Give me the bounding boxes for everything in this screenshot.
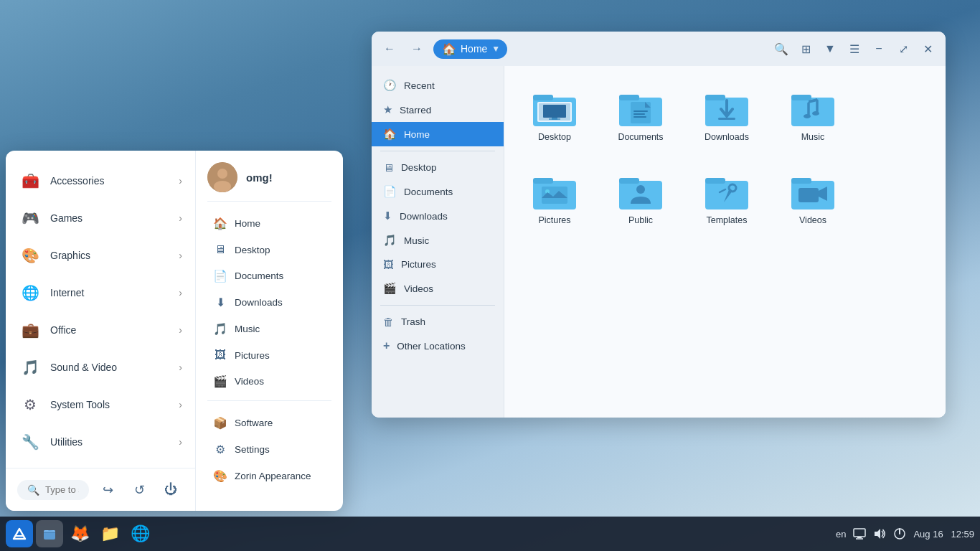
- sidebar-item-desktop[interactable]: 🖥 Desktop: [372, 156, 504, 179]
- forward-button[interactable]: →: [406, 38, 428, 60]
- sidebar-item-downloads[interactable]: ⬇ Downloads: [372, 204, 504, 228]
- svg-point-25: [636, 185, 645, 194]
- sidebar-item-trash[interactable]: 🗑 Trash: [372, 310, 504, 334]
- place-music-label: Music: [235, 324, 260, 334]
- view-toggle-button[interactable]: ⊞: [795, 38, 816, 60]
- location-bar[interactable]: 🏠 Home ▼: [433, 39, 507, 59]
- category-system-tools[interactable]: ⚙ System Tools ›: [6, 386, 195, 423]
- category-graphics[interactable]: 🎨 Graphics ›: [6, 237, 195, 274]
- sidebar-label-home: Home: [404, 129, 430, 140]
- system-software[interactable]: 📦 Software: [207, 410, 331, 436]
- volume-button[interactable]: [873, 527, 886, 540]
- sidebar-item-pictures[interactable]: 🖼 Pictures: [372, 253, 504, 276]
- system-tools-arrow: ›: [179, 399, 182, 410]
- category-accessories-label: Accessories: [50, 175, 179, 187]
- location-dropdown-icon: ▼: [491, 44, 500, 54]
- place-pictures[interactable]: 🖼 Pictures: [207, 342, 331, 368]
- folder-public[interactable]: Public: [605, 164, 677, 232]
- sidebar-item-recent[interactable]: 🕐 Recent: [372, 73, 504, 98]
- place-videos[interactable]: 🎬 Videos: [207, 368, 331, 395]
- file-manager-titlebar: ← → 🏠 Home ▼ 🔍 ⊞ ▼ ☰ − ⤢ ✕: [372, 32, 946, 66]
- folder-pictures[interactable]: Pictures: [519, 164, 590, 232]
- taskbar-nautilus-button[interactable]: 📁: [96, 520, 123, 547]
- close-button[interactable]: ✕: [917, 38, 938, 60]
- folder-downloads[interactable]: Downloads: [691, 80, 763, 149]
- place-downloads[interactable]: ⬇ Downloads: [207, 289, 331, 316]
- sidebar-label-pictures: Pictures: [401, 259, 436, 270]
- taskbar-system-area: en Aug 16 12:59: [836, 527, 974, 540]
- folder-templates-label: Templates: [707, 215, 748, 225]
- category-accessories[interactable]: 🧰 Accessories ›: [6, 162, 195, 199]
- folder-templates[interactable]: Templates: [691, 164, 763, 232]
- sidebar-item-home[interactable]: 🏠 Home: [372, 122, 504, 146]
- settings-label: Settings: [235, 444, 270, 455]
- place-downloads-icon: ⬇: [213, 296, 227, 309]
- place-home[interactable]: 🏠 Home: [207, 210, 331, 237]
- sort-button[interactable]: ▼: [819, 38, 841, 60]
- refresh-button[interactable]: ↺: [126, 477, 152, 503]
- folder-documents[interactable]: Documents: [605, 80, 677, 149]
- taskbar-apps: 🦊 📁 🌐: [6, 520, 154, 547]
- svg-rect-7: [619, 95, 639, 100]
- sidebar-item-videos[interactable]: 🎬 Videos: [372, 276, 504, 301]
- category-utilities[interactable]: 🔧 Utilities ›: [6, 423, 195, 461]
- keyboard-layout[interactable]: en: [836, 529, 846, 540]
- search-icon: 🔍: [27, 484, 39, 496]
- app-menu-categories: 🧰 Accessories › 🎮 Games › 🎨 Graphics › 🌐…: [6, 151, 196, 511]
- minimize-button[interactable]: −: [868, 38, 890, 60]
- taskbar-files-button[interactable]: [36, 520, 63, 547]
- screen-button[interactable]: [853, 527, 866, 540]
- svg-rect-1: [533, 95, 553, 100]
- folder-desktop-label: Desktop: [538, 132, 571, 142]
- category-sound-video-label: Sound & Video: [50, 362, 179, 373]
- search-box[interactable]: 🔍: [17, 480, 89, 500]
- system-zorin-appearance[interactable]: 🎨 Zorin Appearance: [207, 463, 331, 489]
- sidebar-item-other-locations[interactable]: + Other Locations: [372, 334, 504, 358]
- power-button[interactable]: ⏻: [158, 477, 184, 503]
- svg-point-33: [217, 169, 227, 179]
- taskbar-browser-button[interactable]: 🌐: [126, 520, 154, 547]
- accessories-icon: 🧰: [19, 169, 42, 192]
- folder-music[interactable]: Music: [777, 80, 849, 149]
- other-locations-icon: +: [383, 339, 390, 352]
- place-documents-label: Documents: [235, 270, 283, 281]
- folder-documents-label: Documents: [618, 132, 663, 142]
- search-button[interactable]: 🔍: [771, 38, 792, 60]
- maximize-button[interactable]: ⤢: [892, 38, 914, 60]
- svg-marker-41: [875, 529, 880, 539]
- svg-marker-35: [14, 529, 25, 539]
- back-button[interactable]: ←: [379, 38, 400, 60]
- sidebar-divider-1: [380, 151, 495, 151]
- category-games[interactable]: 🎮 Games ›: [6, 199, 195, 237]
- place-music[interactable]: 🎵 Music: [207, 316, 331, 342]
- zorin-menu-button[interactable]: [6, 520, 33, 547]
- power-system-button[interactable]: [893, 527, 906, 540]
- place-desktop[interactable]: 🖥 Desktop: [207, 237, 331, 263]
- svg-rect-31: [798, 188, 819, 202]
- pictures-sidebar-icon: 🖼: [383, 258, 394, 270]
- category-system-tools-label: System Tools: [50, 399, 179, 410]
- place-music-icon: 🎵: [213, 322, 227, 336]
- system-settings[interactable]: ⚙ Settings: [207, 436, 331, 463]
- search-input[interactable]: [45, 484, 79, 495]
- sidebar-item-starred[interactable]: ★ Starred: [372, 98, 504, 122]
- folder-videos[interactable]: Videos: [777, 164, 849, 232]
- sidebar-item-documents[interactable]: 📄 Documents: [372, 179, 504, 204]
- home-sidebar-icon: 🏠: [383, 128, 397, 141]
- app-menu: 🧰 Accessories › 🎮 Games › 🎨 Graphics › 🌐…: [6, 151, 343, 511]
- place-documents[interactable]: 📄 Documents: [207, 263, 331, 289]
- internet-icon: 🌐: [19, 281, 42, 304]
- svg-rect-24: [619, 178, 639, 184]
- logout-button[interactable]: ↪: [95, 477, 121, 503]
- menu-button[interactable]: ☰: [844, 38, 865, 60]
- category-office[interactable]: 💼 Office ›: [6, 311, 195, 349]
- starred-icon: ★: [383, 103, 392, 116]
- folder-desktop[interactable]: Desktop: [519, 80, 590, 149]
- category-sound-video[interactable]: 🎵 Sound & Video ›: [6, 349, 195, 386]
- file-manager-content: Desktop: [504, 66, 946, 418]
- category-internet[interactable]: 🌐 Internet ›: [6, 274, 195, 311]
- sidebar-label-trash: Trash: [401, 316, 425, 327]
- place-home-label: Home: [235, 218, 260, 229]
- sidebar-item-music[interactable]: 🎵 Music: [372, 228, 504, 253]
- taskbar-firefox-button[interactable]: 🦊: [66, 520, 93, 547]
